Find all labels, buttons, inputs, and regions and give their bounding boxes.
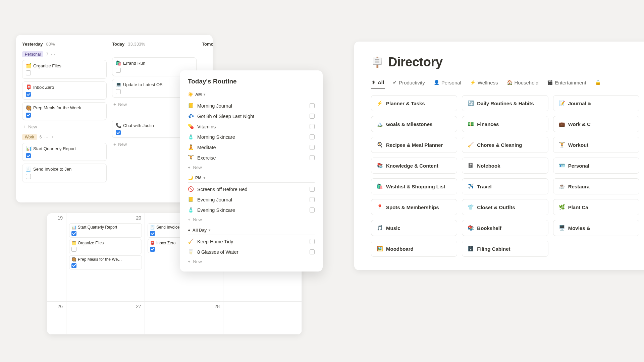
routine-item[interactable]: 💤Got 8h of Sleep Last Night	[188, 111, 315, 121]
more-icon[interactable]: ⋯	[44, 135, 48, 139]
routine-item[interactable]: 🧘Meditate	[188, 142, 315, 153]
calendar-event[interactable]: 🗂️Organize Files	[69, 239, 142, 254]
task-card[interactable]: 🧾Send Invoice to Jen	[22, 164, 107, 182]
directory-card[interactable]: 💼Work & C	[553, 116, 639, 132]
calendar-cell[interactable]: 27	[66, 302, 145, 335]
checkbox[interactable]	[310, 187, 315, 192]
item-icon: 🧹	[188, 239, 194, 244]
routine-item[interactable]: 📒Evening Journal	[188, 194, 315, 205]
calendar-cell[interactable]: 26	[47, 302, 66, 335]
calendar-event[interactable]: 🥘Prep Meals for the We…	[69, 255, 142, 270]
section-header-allday[interactable]: ● All Day ▾	[188, 226, 315, 235]
event-name: Inbox Zero	[156, 241, 175, 245]
checkbox[interactable]	[71, 247, 76, 252]
directory-tab[interactable]: ✔Productivity	[392, 77, 426, 89]
checkbox[interactable]	[26, 113, 31, 118]
item-label: 8 Glasses of Water	[197, 249, 306, 255]
directory-card[interactable]: 📍Spots & Memberships	[371, 199, 457, 215]
directory-card[interactable]: 🏔️Goals & Milestones	[371, 116, 457, 132]
directory-card[interactable]: 🧹Chores & Cleaning	[462, 137, 548, 153]
task-card[interactable]: 🗂️Organize Files	[22, 60, 107, 79]
task-card[interactable]: 📮Inbox Zero	[22, 81, 107, 100]
checkbox[interactable]	[150, 231, 155, 236]
section-header-am[interactable]: ☀️ AM ▾	[188, 90, 315, 99]
directory-tab[interactable]: 🔒	[594, 77, 603, 88]
directory-card[interactable]: ⚡Planner & Tasks	[371, 95, 457, 111]
routine-item[interactable]: 💊Vitamins	[188, 121, 315, 132]
event-icon: 🗂️	[71, 241, 76, 245]
checkbox[interactable]	[71, 263, 76, 268]
checkbox[interactable]	[310, 155, 315, 160]
card-label: Personal	[568, 163, 589, 169]
directory-card[interactable]: ✈️Travel	[462, 178, 548, 194]
routine-item[interactable]: 🧹Keep Home Tidy	[188, 236, 315, 247]
checkbox[interactable]	[310, 249, 315, 254]
checkbox[interactable]	[26, 70, 31, 75]
directory-card[interactable]: 🎵Music	[371, 220, 457, 236]
task-card[interactable]: 🥘Prep Meals for the Week	[22, 102, 107, 120]
directory-card[interactable]: 🍳Recipes & Meal Planner	[371, 137, 457, 153]
directory-card[interactable]: 🌿Plant Ca	[553, 199, 639, 215]
directory-card[interactable]: 📝Journal &	[553, 95, 639, 111]
checkbox[interactable]	[116, 68, 121, 73]
routine-item[interactable]: 📒Morning Journal	[188, 101, 315, 111]
checkbox[interactable]	[116, 89, 121, 94]
tab-icon: 👤	[434, 80, 439, 85]
directory-card[interactable]: 🔄Daily Routines & Habits	[462, 95, 548, 111]
routine-item[interactable]: 🧴Evening Skincare	[188, 205, 315, 215]
routine-item[interactable]: 🥛8 Glasses of Water	[188, 247, 315, 257]
calendar-cell[interactable]: 28	[145, 302, 223, 335]
calendar-cell[interactable]	[223, 302, 302, 335]
add-new-button[interactable]: +New	[22, 123, 107, 131]
task-card[interactable]: 📊Start Quarterly Report	[22, 143, 107, 161]
calendar-event[interactable]: 📊Start Quarterly Report	[69, 223, 142, 238]
directory-card[interactable]: 📚Bookshelf	[462, 220, 548, 236]
column-title: Today	[112, 42, 124, 47]
checkbox[interactable]	[116, 130, 121, 135]
directory-card[interactable]: 💵Finances	[462, 116, 548, 132]
directory-tab[interactable]: 🎬Entertainment	[546, 77, 587, 89]
add-new-button[interactable]: +New	[188, 257, 315, 265]
section-header-pm[interactable]: 🌙 PM ▾	[188, 173, 315, 183]
plus-icon[interactable]: +	[58, 52, 60, 57]
routine-item[interactable]: 🏋️Exercise	[188, 153, 315, 163]
directory-tab[interactable]: ✶All	[371, 77, 385, 89]
checkbox[interactable]	[310, 103, 315, 108]
plus-icon[interactable]: +	[51, 135, 53, 139]
checkbox[interactable]	[310, 114, 315, 119]
directory-card[interactable]: 🪪Personal	[553, 158, 639, 174]
directory-tab[interactable]: ⚡Wellness	[469, 77, 499, 89]
checkbox[interactable]	[26, 92, 31, 97]
add-new-button[interactable]: +New	[188, 215, 315, 224]
checkbox[interactable]	[310, 239, 315, 244]
directory-tab[interactable]: 🏠Household	[506, 77, 539, 89]
add-new-button[interactable]: +New	[188, 163, 315, 171]
checkbox[interactable]	[310, 145, 315, 150]
checkbox[interactable]	[310, 134, 315, 139]
directory-card[interactable]: 🛍️Wishlist & Shopping List	[371, 178, 457, 194]
directory-card[interactable]: 🗄️Filing Cabinet	[462, 241, 548, 257]
checkbox[interactable]	[71, 231, 76, 236]
calendar-cell[interactable]: 19	[47, 213, 66, 302]
checkbox[interactable]	[26, 174, 31, 179]
directory-card[interactable]: 🖥️Movies &	[553, 220, 639, 236]
more-icon[interactable]: ⋯	[51, 52, 55, 57]
routine-item[interactable]: 🧴Morning Skincare	[188, 132, 315, 142]
directory-card[interactable]: 🖼️Moodboard	[371, 241, 457, 257]
item-label: Morning Journal	[197, 103, 306, 109]
group-header-work[interactable]: Work 6 ⋯ +	[22, 134, 107, 140]
group-header-personal[interactable]: Personal 7 ⋯ +	[22, 51, 107, 57]
directory-card[interactable]: 🏋️Workout	[553, 137, 639, 153]
directory-card[interactable]: ☕Restaura	[553, 178, 639, 194]
checkbox[interactable]	[26, 153, 31, 158]
directory-card[interactable]: 📚Knowledge & Content	[371, 158, 457, 174]
checkbox[interactable]	[310, 197, 315, 202]
directory-card[interactable]: 📓Notebook	[462, 158, 548, 174]
checkbox[interactable]	[310, 124, 315, 129]
directory-tab[interactable]: 👤Personal	[433, 77, 462, 89]
routine-item[interactable]: 🚫Screens off Before Bed	[188, 184, 315, 194]
checkbox[interactable]	[310, 207, 315, 213]
directory-card[interactable]: 👕Closet & Outfits	[462, 199, 548, 215]
calendar-cell[interactable]: 20📊Start Quarterly Report🗂️Organize File…	[66, 213, 145, 302]
checkbox[interactable]	[150, 247, 155, 252]
